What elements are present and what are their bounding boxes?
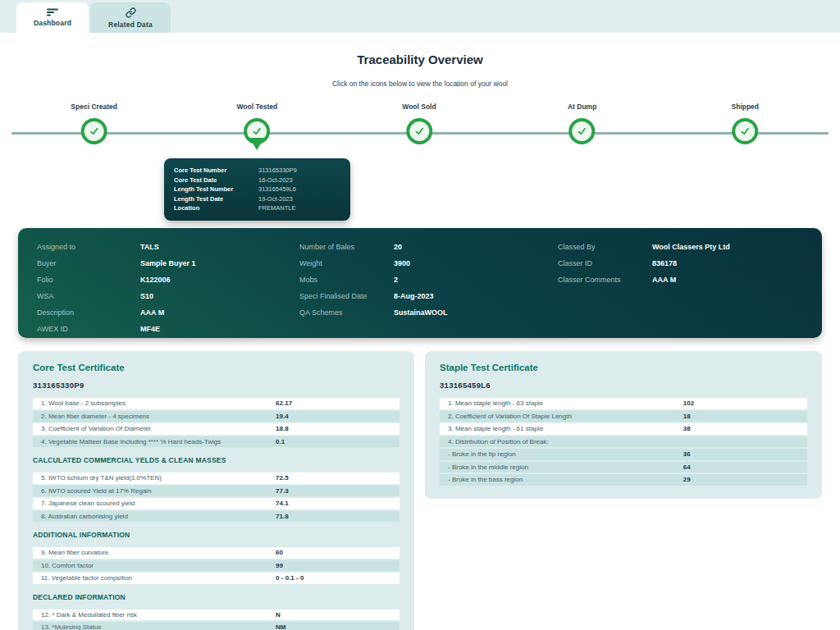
summary-field: Assigned to TALS [37, 239, 299, 255]
table-row: 3. Mean staple length - 61 staple 38 [440, 423, 807, 435]
summary-field: Classer ID 836178 [558, 255, 822, 272]
field-label: Classer ID [558, 259, 652, 267]
tab-dashboard[interactable]: Dashboard [16, 2, 89, 33]
tooltip-label: Location [174, 203, 258, 213]
field-label: Weight [299, 259, 394, 267]
certificate-number: 313165459L6 [440, 381, 807, 390]
step-label: At Dump [568, 103, 596, 111]
check-circle-icon[interactable] [569, 118, 596, 144]
traceability-timeline: Speci Created Wool Tested Wool Sold At D… [0, 103, 840, 164]
field-label: Assigned to [37, 243, 140, 251]
field-label: QA Schemes [299, 308, 394, 317]
row-label: 2. Mean fiber diameter - 4 specimens [41, 413, 276, 420]
tooltip-value: FREMANTLE [258, 203, 295, 213]
row-label: 11. Vegetable factor compsition [41, 574, 276, 582]
field-label: Classer Comments [558, 276, 652, 284]
field-label: Mobs [299, 276, 394, 284]
table-row: 1. Mean staple length - 63 staple 102 [440, 398, 807, 409]
summary-field: AWEX ID MF4E [37, 321, 299, 337]
field-value: 2 [394, 276, 398, 284]
tab-related-data[interactable]: Related Data [90, 2, 171, 33]
check-pin-icon[interactable] [244, 118, 270, 144]
tooltip-value: 16-Oct-2023 [258, 176, 293, 185]
row-value: 99 [276, 562, 391, 569]
timeline-step-shipped[interactable]: Shipped [732, 103, 760, 144]
timeline-step-at-dump[interactable]: At Dump [568, 103, 596, 144]
table-row: 2. Coefficient of Variation Of Staple Le… [440, 411, 807, 422]
sort-lines-icon [47, 8, 58, 16]
section-heading: ADDITIONAL INFORMATION [33, 531, 399, 539]
row-value: 36 [683, 450, 799, 458]
table-row: 3. Coefficient of Variation Of Diameter … [33, 423, 399, 435]
row-value: 18.8 [276, 425, 391, 432]
tooltip-row: Core Test Number 313165330P9 [174, 166, 340, 176]
tooltip-row: Core Test Date 16-Oct-2023 [174, 176, 340, 185]
summary-field: QA Schemes SustainaWOOL [299, 304, 558, 321]
card-title: Core Test Certificate [33, 363, 399, 372]
tooltip-row: Location FREMANTLE [174, 203, 340, 213]
tooltip-label: Length Test Date [174, 194, 258, 204]
field-value: 20 [394, 243, 402, 251]
step-label: Shipped [732, 103, 760, 111]
row-label: - Broke in the middle region [448, 463, 683, 471]
row-value: 60 [276, 549, 391, 556]
table-row: 5. IWTO schlum dry T&N yield(1.0%TEN) 72… [33, 472, 399, 484]
row-label: 10. Comfort factor [41, 562, 276, 569]
section-heading: DECLARED INFORMATION [33, 593, 399, 601]
table-row: - Broke in the bass region 29 [440, 474, 807, 486]
table-row: 9. Mean fiber curvature 60 [33, 547, 399, 559]
row-value: 0 - 0.1 - 0 [276, 574, 391, 582]
tooltip-label: Core Test Number [174, 166, 258, 176]
field-label: Classed By [558, 243, 652, 251]
row-value: 72.5 [276, 474, 391, 482]
core-rows-declared: 12. * Dark & Medullated fiber risk N 13.… [33, 609, 399, 630]
row-label: 7. Japanese clean scoured yield [41, 500, 276, 507]
row-label: 3. Coefficient of Variation Of Diameter [41, 425, 276, 432]
row-label: 8. Australian carbonising yield [41, 513, 276, 520]
field-value: SustainaWOOL [394, 308, 448, 317]
tooltip-label: Core Test Date [174, 176, 258, 185]
row-label: 1. Wool base - 2 subsamples [41, 399, 276, 407]
core-rows-yields: 5. IWTO schlum dry T&N yield(1.0%TEN) 72… [33, 472, 399, 522]
field-label: AWEX ID [37, 325, 140, 333]
field-label: Buyer [37, 259, 140, 267]
table-row: 2. Mean fiber diameter - 4 specimens 19.… [33, 411, 399, 422]
timeline-step-wool-sold[interactable]: Wool Sold [402, 103, 436, 144]
field-label: Folio [37, 276, 140, 284]
step-label: Wool Tested [236, 103, 277, 111]
card-title: Staple Test Certificate [440, 363, 807, 372]
row-label: 13. *Mulesing Status [41, 623, 276, 630]
table-row: 4. Vegetable Matteer Base Including ****… [33, 436, 399, 448]
row-label: 1. Mean staple length - 63 staple [448, 399, 683, 407]
field-value: 836178 [652, 259, 677, 267]
link-icon [126, 7, 136, 18]
field-value: AAA M [652, 276, 676, 284]
field-value: TALS [140, 243, 159, 251]
row-label: 3. Mean staple length - 61 staple [448, 425, 683, 432]
table-row: 4. Distribution of Position of Break: [440, 436, 807, 448]
check-circle-icon[interactable] [406, 118, 432, 144]
page-subtitle: Click on the icons below to view the loc… [0, 80, 840, 88]
row-value: N [276, 611, 391, 619]
row-value: 102 [683, 399, 799, 407]
row-value: 38 [683, 425, 799, 432]
summary-field: Buyer Sample Buyer 1 [37, 255, 299, 272]
check-circle-icon[interactable] [81, 118, 107, 144]
field-value: 8-Aug-2023 [394, 292, 434, 300]
summary-field: Weight 3900 [299, 255, 558, 272]
row-label: 9. Mean fiber curvature [41, 549, 276, 556]
table-row: 1. Wool base - 2 subsamples 62.17 [33, 398, 399, 409]
tooltip-row: Length Test Number 313165459L6 [174, 185, 340, 194]
row-value: 19.4 [276, 413, 391, 420]
summary-field: WSA S10 [37, 288, 299, 304]
tab-related-data-label: Related Data [108, 21, 153, 29]
check-circle-icon[interactable] [732, 118, 758, 144]
core-rows-additional: 9. Mean fiber curvature 60 10. Comfort f… [33, 547, 399, 584]
timeline-step-wool-tested[interactable]: Wool Tested [236, 103, 277, 144]
tooltip-row: Length Test Date 19-Oct-2023 [174, 194, 340, 204]
timeline-step-speci-created[interactable]: Speci Created [71, 103, 117, 144]
row-label: - Broke in the bass region [448, 476, 683, 483]
row-value: 77.3 [276, 487, 391, 495]
row-value: 29 [683, 476, 799, 483]
summary-field: Speci Finalised Date 8-Aug-2023 [299, 288, 558, 304]
